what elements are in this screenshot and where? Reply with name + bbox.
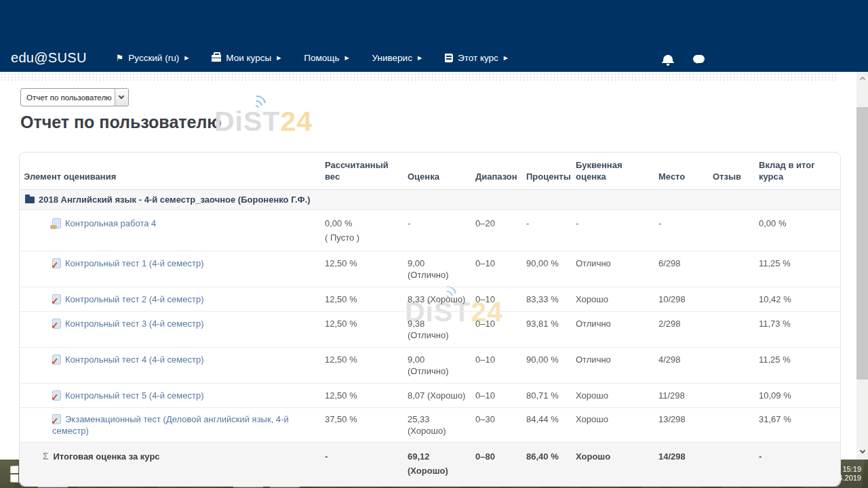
grade-item-link[interactable]: Контрольный тест 4 (4-й семестр): [65, 354, 203, 365]
quiz-icon: [52, 390, 61, 401]
nav-item-univeris[interactable]: Универис ▶: [372, 53, 422, 63]
table-header-row: Элемент оценивания Рассчитанный вес Оцен…: [20, 152, 840, 189]
navbar: edu@SUSU ⚑ Русский (ru) ▶ Мои курсы ▶ По…: [11, 50, 519, 66]
grade-item-link[interactable]: Экзаменационный тест (Деловой английский…: [52, 414, 289, 436]
notifications-bell-icon[interactable]: [663, 55, 673, 63]
caret-right-icon: ▶: [418, 56, 422, 61]
chevron-down-icon: [119, 94, 124, 99]
nav-item-my-courses[interactable]: Мои курсы ▶: [212, 53, 281, 63]
col-header-item: Элемент оценивания: [20, 171, 325, 182]
col-header-feedback: Отзыв: [713, 171, 759, 182]
nav-item-language[interactable]: ⚑ Русский (ru) ▶: [116, 53, 189, 63]
messages-chat-icon[interactable]: [693, 55, 705, 63]
page-title: Отчет по пользователю: [20, 113, 222, 132]
table-row: Экзаменационный тест (Деловой английский…: [20, 408, 840, 443]
col-header-percent: Проценты: [526, 171, 576, 182]
quiz-icon: [52, 354, 61, 365]
col-header-rank: Место: [658, 171, 713, 182]
vertical-scrollbar[interactable]: [856, 72, 868, 460]
grade-item-link[interactable]: Контрольная работа 4: [65, 218, 156, 228]
quiz-icon: [52, 258, 61, 268]
grade-item-link[interactable]: Контрольный тест 3 (4-й семестр): [65, 319, 203, 329]
grade-item-link[interactable]: Контрольный тест 2 (4-й семестр): [65, 294, 203, 304]
table-row: Контрольный тест 2 (4-й семестр) 12,50 %…: [20, 287, 840, 312]
flag-icon: ⚑: [116, 54, 124, 62]
book-icon: [445, 54, 453, 62]
course-total-row: ΣИтоговая оценка за курс - 69,12(Хорошо)…: [20, 443, 840, 486]
dist24-watermark: DiST24: [214, 106, 313, 138]
user-grade-table: Элемент оценивания Рассчитанный вес Оцен…: [19, 152, 841, 487]
caret-right-icon: ▶: [504, 56, 508, 61]
nav-item-this-course[interactable]: Этот курс ▶: [445, 53, 508, 63]
caret-right-icon: ▶: [344, 56, 349, 61]
course-category-row: 2018 Английский язык - 4-й семестр_заочн…: [20, 189, 840, 210]
table-row: Контрольный тест 1 (4-й семестр) 12,50 %…: [20, 251, 840, 287]
wifi-arcs-icon: [245, 96, 266, 117]
col-header-letter: Буквенная оценка: [576, 159, 658, 182]
grade-item-link[interactable]: Контрольный тест 1 (4-й семестр): [65, 258, 203, 268]
table-row: Контрольный тест 3 (4-й семестр) 12,50 %…: [20, 312, 840, 348]
col-header-grade: Оценка: [408, 171, 475, 182]
quiz-icon: [52, 414, 61, 424]
col-header-weight: Рассчитанный вес: [325, 159, 408, 182]
caret-right-icon: ▶: [277, 56, 281, 61]
scroll-up-button[interactable]: [856, 72, 868, 83]
briefcase-icon: [212, 55, 221, 62]
quiz-icon: [52, 319, 61, 329]
quiz-icon: [52, 294, 61, 304]
col-header-range: Диапазон: [475, 171, 526, 182]
nav-item-help[interactable]: Помощь ▶: [304, 53, 349, 63]
grade-item-link[interactable]: Контрольный тест 5 (4-й семестр): [65, 390, 203, 401]
scroll-down-button[interactable]: [856, 446, 868, 458]
col-header-contribution: Вклад в итог курса: [759, 159, 842, 182]
site-header: edu@SUSU ⚑ Русский (ru) ▶ Мои курсы ▶ По…: [0, 0, 868, 72]
sigma-icon: Σ: [43, 451, 48, 462]
report-type-select-value: Отчет по пользователю: [21, 89, 115, 106]
site-logo[interactable]: edu@SUSU: [11, 50, 87, 66]
scrollbar-thumb[interactable]: [856, 107, 868, 380]
table-row: Контрольный тест 4 (4-й семестр) 12,50 %…: [20, 348, 840, 384]
report-type-select[interactable]: Отчет по пользователю: [20, 88, 129, 106]
table-row: Контрольный тест 5 (4-й семестр) 12,50 %…: [20, 384, 840, 408]
table-row: Контрольная работа 4 0,00 %( Пусто ) - 0…: [20, 210, 840, 251]
assignment-icon: [52, 218, 61, 228]
dotted-divider: [0, 73, 837, 81]
select-dropdown-button[interactable]: [115, 89, 128, 106]
folder-icon: [25, 197, 35, 203]
caret-right-icon: ▶: [184, 56, 189, 61]
